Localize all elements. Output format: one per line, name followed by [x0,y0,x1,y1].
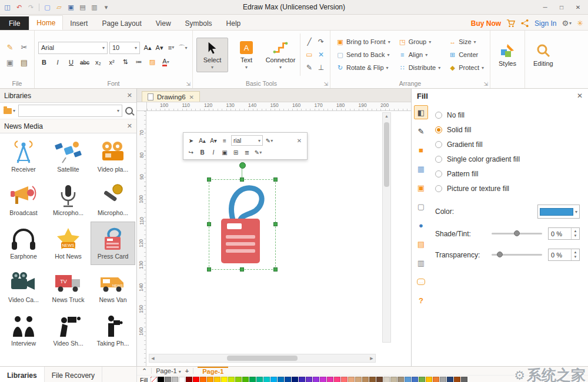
settings-gear-icon[interactable]: ⚙▾ [562,19,572,28]
color-swatch[interactable] [348,377,355,382]
text-tool[interactable]: A Text▾ [230,38,262,72]
hyperlink-globe-icon[interactable]: ● [414,218,428,232]
color-swatch[interactable] [242,377,249,382]
arrange-center-button[interactable]: ⊞ Center [449,49,484,60]
color-swatch[interactable] [383,377,390,382]
distribute-icon[interactable]: ≣ [242,148,252,157]
strikethrough-button[interactable]: abc [79,56,91,68]
shade-slider[interactable] [492,233,542,234]
save-icon[interactable]: ▣ [66,2,76,12]
library-icon[interactable]: ▣ [414,180,428,195]
library-item-news-truck[interactable]: TV News Truck [46,265,91,309]
share-icon[interactable] [520,19,529,28]
export-icon[interactable]: ▥ [89,2,99,12]
color-swatch[interactable] [397,377,404,382]
superscript-button[interactable]: x² [106,56,118,68]
ribbon-tab-help[interactable]: Help [219,16,248,30]
color-swatch[interactable] [433,377,439,382]
color-swatch[interactable] [355,377,362,382]
brush-icon[interactable]: ✎▾ [265,136,274,145]
shade-slider-thumb[interactable] [514,230,520,236]
library-item-hot-news[interactable]: NEWS Hot News [46,222,91,265]
font-dialog-launcher-icon[interactable]: ⇲ [186,81,191,87]
picture-icon[interactable]: ▦ [414,162,428,176]
color-swatch[interactable] [179,377,185,382]
paste-button[interactable]: ▤ [18,55,31,69]
select-icon[interactable]: ➤ [186,136,196,145]
fill-tool-icon[interactable]: ◧ [414,105,428,119]
library-folder-icon[interactable]: ▾ [4,108,15,114]
horizontal-scrollbar[interactable]: ◀ ▶ [149,354,376,363]
color-swatch[interactable] [341,377,348,382]
color-swatch[interactable] [285,377,291,382]
pen-tool[interactable]: ✎ [304,62,315,73]
resize-handle-se[interactable] [273,267,278,272]
color-swatch[interactable] [292,377,298,382]
resize-handle-n[interactable] [240,177,244,182]
resize-handle-ne[interactable] [273,177,278,182]
resize-handle-nw[interactable] [207,177,211,182]
drawing-canvas[interactable]: ➤A▴A▾≡rial▾✎▾✕ ↪BI▣⊞≣✎▾ [146,111,411,366]
ribbon-tab-symbols[interactable]: Symbols [178,16,219,30]
color-swatch[interactable] [263,377,270,382]
new-document-icon[interactable]: ▢ [42,2,52,12]
bottom-tab-file-recovery[interactable]: File Recovery [45,367,102,382]
transparency-spinner[interactable]: 0 % ▲▼ [548,249,580,261]
fill-option-solid-fill[interactable]: Solid fill [435,122,580,137]
align-text-button[interactable]: ≡▾ [165,42,177,53]
color-swatch[interactable] [299,377,305,382]
note-icon[interactable]: ▥ [414,256,428,270]
arrange-distribute-button[interactable]: ∷ Distribute▾ [399,62,440,73]
library-item-news-van[interactable]: NEWS News Van [91,265,135,309]
editing-button[interactable]: Editing [529,43,558,67]
anchor-tool[interactable]: ⊥ [316,62,326,73]
basic-tools-dialog-launcher-icon[interactable]: ⇲ [323,81,328,87]
app-icon[interactable]: ◫ [2,2,12,12]
color-swatch[interactable] [278,377,284,382]
grow-font-button[interactable]: A▴ [142,42,153,53]
align-shapes-icon[interactable]: ⊞ [231,148,240,157]
close-document-icon[interactable]: ✕ [189,94,194,100]
redo-icon[interactable]: ↷ [26,2,36,12]
color-swatch[interactable] [454,377,460,382]
color-swatch[interactable] [369,377,376,382]
color-swatch[interactable] [235,377,242,382]
collapse-icon[interactable]: ⌃ [142,367,147,375]
bold-button[interactable]: B [38,56,50,68]
layer-icon[interactable]: ▤ [414,237,428,251]
color-swatch[interactable] [200,377,206,382]
color-swatch[interactable] [405,377,411,382]
color-swatch[interactable] [256,377,263,382]
add-page-button[interactable]: + [185,367,189,374]
library-item-video-ca[interactable]: Video Ca... [1,265,46,309]
arrange-protect-button[interactable]: ◆ Protect▾ [449,62,484,73]
color-swatch[interactable] [313,377,319,382]
spinner-arrows-icon[interactable]: ▲▼ [571,228,579,239]
copy-button[interactable]: ▣ [4,55,16,69]
connector-tool[interactable]: Connector▾ [265,38,296,72]
color-swatch[interactable] [320,377,326,382]
undo-icon[interactable]: ↶ [14,2,24,12]
shrink-font-icon[interactable]: A▾ [209,136,218,145]
text-effects-button[interactable]: ⌒▾ [177,42,189,53]
styles-button[interactable]: Styles [494,43,521,67]
italic-button[interactable]: I [52,56,64,68]
color-swatch[interactable] [207,377,213,382]
library-item-broadcast[interactable]: Broadcast [1,178,46,222]
maximize-button[interactable]: □ [554,2,569,12]
rotation-handle[interactable] [239,162,246,169]
minimize-button[interactable]: ─ [537,2,553,12]
close-section-icon[interactable]: ✕ [127,122,132,130]
subscript-button[interactable]: x₂ [92,56,104,68]
color-swatch[interactable] [214,377,220,382]
transparency-slider-thumb[interactable] [497,252,503,257]
search-icon[interactable] [125,107,133,115]
shade-spinner[interactable]: 0 % ▲▼ [548,227,580,240]
cart-icon[interactable] [506,19,515,28]
background-icon[interactable]: ▢ [414,199,428,213]
buy-now-link[interactable]: Buy Now [471,19,501,28]
pen-style-icon[interactable]: ✎ [414,124,428,138]
arrange-send-to-back-button[interactable]: ▢ Send to Back▾ [336,49,390,60]
library-item-press-card[interactable]: Press Card [91,222,135,265]
color-swatch[interactable] [447,377,453,382]
